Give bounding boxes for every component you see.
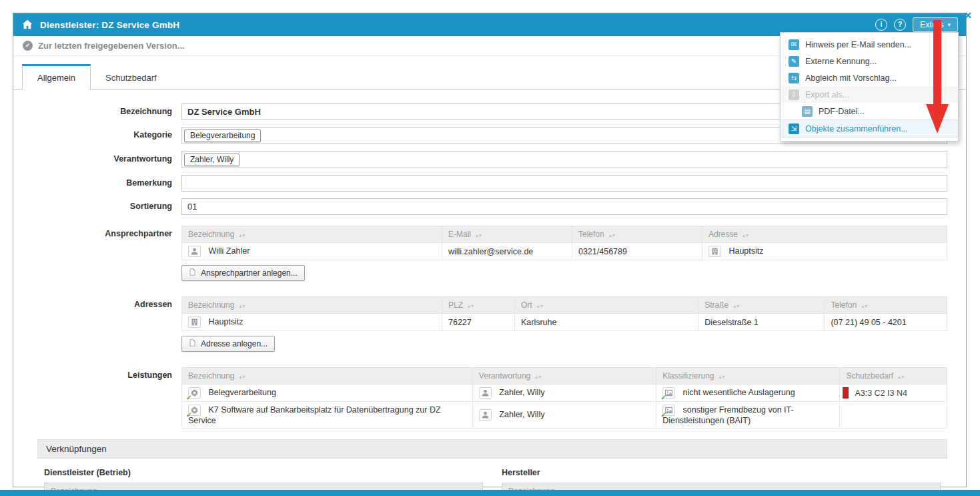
adressen-row[interactable]: Hauptsitz 76227 Karlsruhe Dieselstraße 1… [182, 314, 947, 331]
check-icon: ✓ [186, 394, 191, 401]
sortierung-row: Sortierung [13, 198, 947, 215]
chevron-down-icon: ▾ [947, 21, 951, 28]
adressen-table: Bezeichnung▴▾ PLZ▴▾ Ort▴▾ Straße▴▾ Telef… [181, 296, 947, 331]
leistung-klassifizierung-cell: ✓ sonstiger Fremdbezug von IT-Dienstleis… [656, 402, 840, 429]
adresse-plz-cell: 76227 [442, 314, 514, 331]
column-header-bezeichnung[interactable]: Bezeichnung▴▾ [182, 297, 442, 314]
window-title: Dienstleister: DZ Service GmbH [40, 20, 179, 30]
help-icon[interactable]: ? [894, 19, 906, 31]
leistungen-label: Leistungen [13, 367, 181, 380]
ansprechpartner-label: Ansprechpartner [13, 226, 181, 238]
column-header-email[interactable]: E-Mail▴▾ [442, 226, 572, 243]
verknuepfungen-header[interactable]: Verknüpfungen [37, 439, 947, 459]
column-header-bezeichnung[interactable]: Bezeichnung▴▾ [182, 226, 442, 243]
verantwortung-chip[interactable]: Zahler, Willy [184, 154, 239, 166]
schutzbedarf-cell [840, 402, 947, 429]
menu-item-pdf-datei[interactable]: ▤ PDF-Datei... [781, 103, 958, 119]
column-header-ort[interactable]: Ort▴▾ [514, 297, 698, 314]
pdf-icon: ▤ [802, 106, 813, 117]
compare-icon: ⇆ [789, 73, 799, 83]
adressen-label: Adressen [13, 296, 181, 309]
schutzbedarf-cell: A3:3 C2 I3 N4 [840, 385, 947, 402]
leistung-verantwortung-cell: Zahler, Willy [472, 402, 656, 429]
adresse-strasse-cell: Dieselstraße 1 [698, 314, 825, 331]
edit-icon: ✎ [789, 56, 799, 67]
sort-icon: ▴▾ [476, 232, 482, 238]
adresse-anlegen-button[interactable]: Adresse anlegen... [181, 336, 275, 352]
leistungen-section: Leistungen Bezeichnung▴▾ Verantwortung▴▾… [13, 367, 947, 429]
classification-icon: ✓ [662, 405, 675, 416]
building-icon [708, 246, 721, 257]
column-header-adresse[interactable]: Adresse▴▾ [702, 226, 947, 243]
sort-icon: ▴▾ [898, 374, 905, 380]
verknuepfungen-section: Verknüpfungen Dienstleister (Betrieb) Be… [37, 439, 947, 496]
person-icon [188, 246, 201, 257]
version-link[interactable]: Zur letzten freigegebenen Version... [38, 41, 185, 51]
titlebar-actions: i ? Extras ▾ [875, 17, 958, 32]
check-icon: ✓ [660, 394, 666, 401]
kategorie-label: Kategorie [13, 127, 181, 140]
ansprechpartner-name-cell: Willi Zahler [182, 243, 442, 260]
extras-button-label: Extras [920, 20, 943, 29]
ansprechpartner-header-row: Bezeichnung▴▾ E-Mail▴▾ Telefon▴▾ Adresse… [182, 226, 947, 243]
check-circle-icon: ✔ [23, 41, 33, 51]
bezeichnung-label: Bezeichnung [13, 103, 181, 116]
leistungen-header-row: Bezeichnung▴▾ Verantwortung▴▾ Klassifizi… [182, 368, 947, 385]
verantwortung-row: Verantwortung Zahler, Willy [13, 151, 947, 168]
column-header-schutzbedarf[interactable]: Schutzbedarf▴▾ [840, 368, 947, 385]
column-header-bezeichnung[interactable]: Bezeichnung▴▾ [182, 368, 473, 385]
verantwortung-field[interactable]: Zahler, Willy [181, 151, 947, 168]
adressen-section: Adressen Bezeichnung▴▾ PLZ▴▾ Ort▴▾ Straß… [13, 296, 947, 360]
schutzbedarf-indicator [843, 387, 849, 399]
info-icon[interactable]: i [875, 19, 887, 31]
menu-item-objekte-zusammenfuehren[interactable]: ⇲ Objekte zusammenführen... [781, 119, 958, 138]
leistung-name-cell: ✓ Belegverarbeitung [182, 385, 473, 402]
menu-item-export-als: ⇩ Export als... [781, 86, 958, 103]
bemerkung-input[interactable] [181, 175, 947, 192]
leistung-klassifizierung-cell: ✓ nicht wesentliche Auslagerung [656, 385, 840, 402]
person-icon [479, 409, 492, 421]
leistungen-row[interactable]: ✓ Belegverarbeitung Zahler, Willy [182, 385, 947, 402]
extras-button[interactable]: Extras ▾ [913, 17, 958, 32]
ansprechpartner-section: Ansprechpartner Bezeichnung▴▾ E-Mail▴▾ T… [13, 226, 947, 290]
kategorie-chip[interactable]: Belegverarbeitung [184, 130, 261, 142]
leistungen-table: Bezeichnung▴▾ Verantwortung▴▾ Klassifizi… [181, 367, 947, 429]
bottom-bar [0, 490, 980, 496]
bemerkung-label: Bemerkung [13, 175, 181, 188]
sort-icon: ▴▾ [239, 232, 246, 238]
ansprechpartner-anlegen-button[interactable]: Ansprechpartner anlegen... [181, 265, 305, 281]
ansprechpartner-telefon-cell: 0321/456789 [572, 243, 702, 260]
tab-allgemein[interactable]: Allgemein [22, 64, 91, 90]
menu-item-externe-kennung[interactable]: ✎ Externe Kennung... [781, 53, 958, 69]
leistungen-row[interactable]: ✓ K7 Software auf Bankarbeitsplatz für D… [182, 402, 947, 429]
column-header-verantwortung[interactable]: Verantwortung▴▾ [472, 368, 656, 385]
menu-item-hinweis-email[interactable]: ✉ Hinweis per E-Mail senden... [781, 36, 958, 53]
hersteller-label: Hersteller [502, 468, 941, 477]
adresse-telefon-cell: (07 21) 49 05 - 4201 [825, 314, 947, 331]
extras-menu: ✉ Hinweis per E-Mail senden... ✎ Externe… [780, 32, 959, 142]
sortierung-label: Sortierung [13, 198, 181, 211]
ansprechpartner-adresse-cell: Hauptsitz [702, 243, 947, 260]
column-header-telefon[interactable]: Telefon▴▾ [825, 297, 947, 314]
ansprechpartner-table: Bezeichnung▴▾ E-Mail▴▾ Telefon▴▾ Adresse… [181, 226, 947, 260]
column-header-plz[interactable]: PLZ▴▾ [442, 297, 514, 314]
new-document-icon [189, 268, 196, 278]
leistung-name-cell: ✓ K7 Software auf Bankarbeitsplatz für D… [182, 402, 473, 429]
sort-icon: ▴▾ [239, 303, 246, 309]
sortierung-input[interactable] [181, 198, 947, 215]
ansprechpartner-row[interactable]: Willi Zahler willi.zahler@service.de 032… [182, 243, 947, 260]
dienstleister-icon [21, 19, 33, 31]
adresse-name-cell: Hauptsitz [182, 314, 442, 331]
tab-schutzbedarf[interactable]: Schutzbedarf [91, 66, 171, 89]
column-header-strasse[interactable]: Straße▴▾ [698, 297, 825, 314]
adresse-ort-cell: Karlsruhe [514, 314, 698, 331]
column-header-klassifizierung[interactable]: Klassifizierung▴▾ [656, 368, 840, 385]
page: ✕ Dienstleister: DZ Service GmbH i ? Ext… [0, 0, 980, 496]
close-icon[interactable]: ✕ [964, 10, 972, 21]
menu-item-abgleich-vorschlag[interactable]: ⇆ Abgleich mit Vorschlag... [781, 69, 958, 86]
ansprechpartner-email-cell: willi.zahler@service.de [442, 243, 572, 260]
sort-icon: ▴▾ [743, 232, 749, 238]
form-content: Bezeichnung Kategorie Belegverarbeitung … [13, 90, 966, 496]
leistung-verantwortung-cell: Zahler, Willy [472, 385, 656, 402]
column-header-telefon[interactable]: Telefon▴▾ [572, 226, 702, 243]
